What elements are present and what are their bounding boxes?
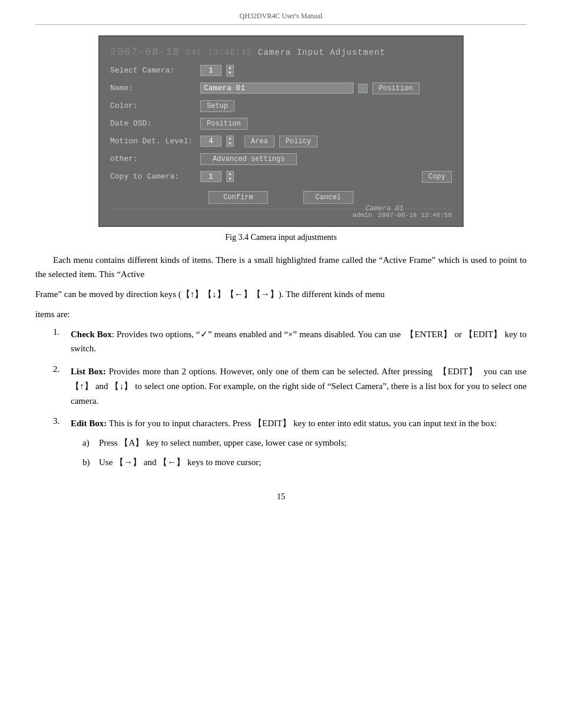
sub-label-3a: a) xyxy=(82,436,94,450)
header-title: QH32DVR4C User's Manual xyxy=(240,12,323,20)
figure-caption: Fig 3.4 Camera input adjustments xyxy=(35,233,527,242)
date-osd-position-button[interactable]: Position xyxy=(200,118,247,130)
list-bold-1: Check Box xyxy=(71,330,112,339)
sub-list-3: a) Press 【A】 key to select number, upper… xyxy=(82,436,527,470)
setup-button[interactable]: Setup xyxy=(200,100,234,112)
other-label: other: xyxy=(110,154,196,163)
motion-input[interactable] xyxy=(200,136,222,147)
page-number: 15 xyxy=(35,492,527,502)
paragraph-1: Each menu contains different kinds of it… xyxy=(35,253,527,281)
cam-title: Camera Input Adjustment xyxy=(258,48,385,57)
motion-label: Motion Det. Level: xyxy=(110,137,196,146)
advanced-settings-button[interactable]: Advanced settings xyxy=(200,153,297,165)
name-label: Name: xyxy=(110,84,196,93)
copy-button[interactable]: Copy xyxy=(422,171,452,183)
select-camera-label: Select Camera: xyxy=(110,66,196,75)
name-check[interactable]: ✓ xyxy=(358,84,368,93)
name-input[interactable] xyxy=(200,83,353,94)
confirm-cancel-row: Confirm Cancel xyxy=(110,191,452,204)
area-button[interactable]: Area xyxy=(244,136,275,147)
list-content-3: Edit Box: This is for you to input chara… xyxy=(71,416,527,474)
paragraph-1b: Frame” can be moved by direction keys (【… xyxy=(35,287,527,301)
other-row: other: Advanced settings xyxy=(110,153,452,165)
position-button-name[interactable]: Position xyxy=(372,83,419,94)
paragraph-1c: items are: xyxy=(35,307,527,321)
copy-spinner[interactable]: ▲ ▼ xyxy=(226,171,234,183)
sub-content-3b: Use 【→】 and 【←】 keys to move cursor; xyxy=(99,455,261,470)
select-camera-row: Select Camera: ▲ ▼ xyxy=(110,65,452,77)
date-osd-label: Date OSD: xyxy=(110,119,196,128)
list-content-1: Check Box: Provides two options, “✓” mea… xyxy=(71,327,527,357)
list-item-1: 1. Check Box: Provides two options, “✓” … xyxy=(53,327,527,357)
list-item-3: 3. Edit Box: This is for you to input ch… xyxy=(53,416,527,474)
color-row: Color: Setup xyxy=(110,100,452,112)
copy-camera-row: Copy to Camera: ▲ ▼ Copy xyxy=(110,171,452,183)
copy-input[interactable] xyxy=(200,171,222,182)
list-item-2: 2. List Box: Provides more than 2 option… xyxy=(53,364,527,408)
list-bold-3: Edit Box: xyxy=(71,419,107,428)
list-num-1: 1. xyxy=(53,327,65,357)
cam-header: 2007-08-18 Sat 13:46:45 Camera Input Adj… xyxy=(110,46,452,58)
cam-date: 2007-08-18 xyxy=(110,46,180,58)
list-num-3: 3. xyxy=(53,416,65,474)
name-row: Name: ✓ Position xyxy=(110,83,452,94)
select-camera-spinner[interactable]: ▲ ▼ xyxy=(226,65,234,77)
color-label: Color: xyxy=(110,101,196,110)
confirm-button[interactable]: Confirm xyxy=(209,191,267,204)
policy-button[interactable]: Policy xyxy=(279,136,318,147)
select-camera-input[interactable] xyxy=(200,65,222,76)
motion-spinner[interactable]: ▲ ▼ xyxy=(226,136,234,147)
sub-content-3a: Press 【A】 key to select number, upper ca… xyxy=(99,436,347,450)
cancel-button[interactable]: Cancel xyxy=(303,191,353,204)
sub-item-3a: a) Press 【A】 key to select number, upper… xyxy=(82,436,527,450)
page-header: QH32DVR4C User's Manual xyxy=(35,12,527,25)
copy-label: Copy to Camera: xyxy=(110,172,196,181)
list-num-2: 2. xyxy=(53,364,65,408)
sub-item-3b: b) Use 【→】 and 【←】 keys to move cursor; xyxy=(82,455,527,470)
list-content-2: List Box: Provides more than 2 options. … xyxy=(71,364,527,408)
cam-datetime-overlay: Sat 13:46:45 xyxy=(186,48,252,57)
motion-row: Motion Det. Level: ▲ ▼ Area Policy xyxy=(110,136,452,147)
list-bold-2: List Box: xyxy=(71,367,106,376)
screenshot-panel: 2007-08-18 Sat 13:46:45 Camera Input Adj… xyxy=(98,35,464,227)
cam-footer: Camera 01 admin 2007-08-18 13:46:50 xyxy=(110,209,452,219)
date-osd-row: Date OSD: Position xyxy=(110,118,452,130)
sub-label-3b: b) xyxy=(82,455,94,470)
footer-camera: Camera 01 xyxy=(365,205,404,213)
numbered-list: 1. Check Box: Provides two options, “✓” … xyxy=(53,327,527,475)
